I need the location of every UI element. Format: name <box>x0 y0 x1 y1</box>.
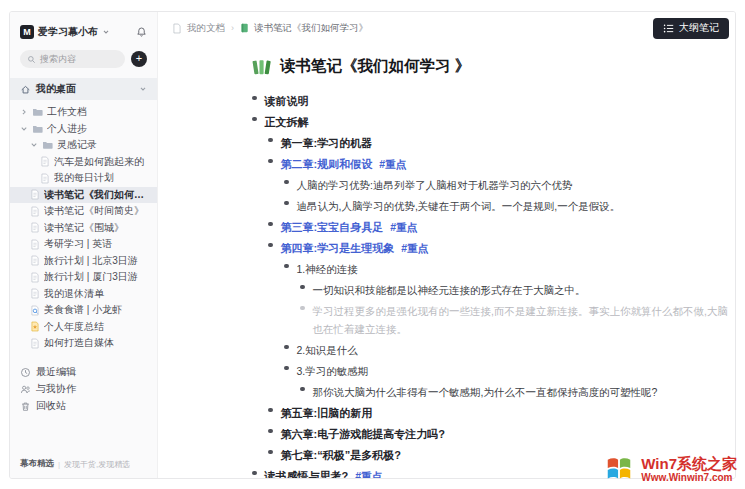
sidebar-tree-item[interactable]: 读书笔记《时间简史》 <box>10 203 157 220</box>
document-icon <box>30 288 40 299</box>
outline-text: 第三章:宝宝自身具足 <box>281 221 384 233</box>
sidebar-tree-item[interactable]: 个人进步 <box>10 121 157 138</box>
outline-node[interactable]: 3.学习的敏感期 <box>284 359 734 380</box>
topic-tag[interactable]: #重点 <box>355 470 382 479</box>
outline-node-content: 迪昂认为,人脑学习的优势,关键在于两个词。一个是规则,一个是假设。 <box>297 196 621 214</box>
bullet-icon[interactable] <box>268 429 273 434</box>
sidebar-tree-item[interactable]: 如何打造自媒体 <box>10 335 157 352</box>
books-icon <box>252 58 272 76</box>
breadcrumb-separator: › <box>231 23 234 33</box>
outline-node[interactable]: 第三章:宝宝自身具足#重点 <box>268 215 734 236</box>
sidebar-tree-item[interactable]: 美食食谱 | 小龙虾 <box>10 302 157 319</box>
outline-node[interactable]: 第六章:电子游戏能提高专注力吗? <box>268 422 734 443</box>
topbar: 我的文档 › 读书笔记《我们如何学习》 大纲笔记 <box>158 12 735 44</box>
sidebar-bottom: 最近编辑与我协作回收站 <box>10 364 157 415</box>
bullet-icon[interactable] <box>300 285 305 290</box>
outline-node[interactable]: 迪昂认为,人脑学习的优势,关键在于两个词。一个是规则,一个是假设。 <box>284 194 734 215</box>
outline-node-content: 读书感悟与思考?#重点 <box>265 466 383 479</box>
outline-node[interactable]: 读前说明 <box>252 89 734 110</box>
outline-note-button[interactable]: 大纲笔记 <box>653 18 729 39</box>
chevron-down-icon[interactable] <box>30 141 38 149</box>
document: 读书笔记《我们如何学习 》 读前说明正文拆解第一章:学习的机器第二章:规则和假设… <box>158 44 735 478</box>
outline-node[interactable]: 第二章:规则和假设#重点 <box>268 152 734 173</box>
outline-text: 3.学习的敏感期 <box>297 365 369 377</box>
bullet-icon[interactable] <box>268 138 273 143</box>
outline-node[interactable]: 2.知识是什么 <box>284 338 734 359</box>
bullet-icon[interactable] <box>268 450 273 455</box>
outline-text: 第六章:电子游戏能提高专注力吗? <box>281 428 445 440</box>
new-doc-button[interactable]: + <box>131 51 147 67</box>
promo-subtitle: 发现干货,发现精选 <box>64 459 130 470</box>
document-icon <box>40 156 50 167</box>
sidebar-item-recent-edits[interactable]: 最近编辑 <box>10 364 157 381</box>
outline-node[interactable]: 那你说大脑为什么非得有一个敏感期,为什么不一直都保持高度的可塑性呢? <box>300 380 734 401</box>
outline-node[interactable]: 学习过程更多的是强化现有的一些连接,而不是建立新连接。事实上你就算什么都不做,大… <box>300 299 734 338</box>
sidebar-item-recycle-bin[interactable]: 回收站 <box>10 398 157 415</box>
sidebar-item-label: 与我协作 <box>36 382 76 396</box>
promo-title: 幕布精选 <box>20 458 54 470</box>
outline-text: 读书感悟与思考? <box>265 470 349 479</box>
bullet-icon[interactable] <box>268 222 273 227</box>
topic-tag[interactable]: #重点 <box>379 158 406 170</box>
sidebar-footer-promo[interactable]: 幕布精选 | 发现干货,发现精选 <box>10 458 157 478</box>
outline-node-content: 那你说大脑为什么非得有一个敏感期,为什么不一直都保持高度的可塑性呢? <box>313 382 658 400</box>
sidebar-item-shared-with-me[interactable]: 与我协作 <box>10 381 157 398</box>
bullet-icon[interactable] <box>300 306 305 311</box>
chevron-right-icon[interactable] <box>20 108 28 116</box>
sidebar-tree-item[interactable]: 旅行计划 | 厦门3日游 <box>10 269 157 286</box>
sidebar-tree-item[interactable]: 灵感记录 <box>10 137 157 154</box>
bullet-icon[interactable] <box>252 471 257 476</box>
workspace-switcher[interactable]: M 爱学习幕小布 <box>10 22 157 42</box>
bullet-icon[interactable] <box>252 96 257 101</box>
bullet-icon[interactable] <box>268 243 273 248</box>
clock-icon <box>20 367 31 378</box>
sidebar-tree-item[interactable]: 我的退休清单 <box>10 286 157 303</box>
bullet-icon[interactable] <box>284 201 289 206</box>
sidebar-tree-item[interactable]: 考研学习 | 英语 <box>10 236 157 253</box>
sidebar-tree-item[interactable]: 个人年度总结 <box>10 319 157 336</box>
title-text[interactable]: 读书笔记《我们如何学习 》 <box>280 56 470 77</box>
outline-text: 读前说明 <box>265 95 309 107</box>
search-input[interactable]: 搜索内容 <box>20 50 125 68</box>
bullet-icon[interactable] <box>268 408 273 413</box>
breadcrumb-root[interactable]: 我的文档 <box>187 22 225 35</box>
sidebar-item-desktop[interactable]: 我的桌面 <box>10 78 157 100</box>
outline-text: 第一章:学习的机器 <box>281 137 373 149</box>
bullet-icon[interactable] <box>284 264 289 269</box>
sidebar-tree-item[interactable]: 我的每日计划 <box>10 170 157 187</box>
tree-item-label: 读书笔记《我们如何学习… <box>44 188 151 202</box>
bullet-icon[interactable] <box>284 366 289 371</box>
tree-item-label: 汽车是如何跑起来的 <box>54 155 151 169</box>
sidebar-tree-item[interactable]: 读书笔记《我们如何学习… <box>10 187 157 204</box>
bullet-icon[interactable] <box>252 117 257 122</box>
outline-text: 正文拆解 <box>265 116 309 128</box>
sidebar-tree-item[interactable]: 旅行计划 | 北京3日游 <box>10 253 157 270</box>
outline-node-content: 3.学习的敏感期 <box>297 361 369 379</box>
main-area: 我的文档 › 读书笔记《我们如何学习》 大纲笔记 读书笔记《我们如何学习 》 读… <box>158 12 735 478</box>
bell-icon[interactable] <box>136 26 147 38</box>
watermark-title: Win7系统之家 <box>641 455 737 472</box>
outline-node[interactable]: 一切知识和技能都是以神经元连接的形式存在于大脑之中。 <box>300 278 734 299</box>
chevron-down-icon[interactable] <box>139 85 147 93</box>
topic-tag[interactable]: #重点 <box>390 221 417 233</box>
topic-tag[interactable]: #重点 <box>401 242 428 254</box>
outline-node[interactable]: 人脑的学习优势:迪昂列举了人脑相对于机器学习的六个优势 <box>284 173 734 194</box>
bullet-icon[interactable] <box>300 387 305 392</box>
document-icon <box>30 222 40 233</box>
bullet-icon[interactable] <box>284 180 289 185</box>
outline-node[interactable]: 第五章:旧脑的新用 <box>268 401 734 422</box>
outline-text: 第五章:旧脑的新用 <box>281 407 373 419</box>
outline-node[interactable]: 正文拆解 <box>252 110 734 131</box>
outline-node[interactable]: 第四章:学习是生理现象#重点 <box>268 236 734 257</box>
sidebar-tree-item[interactable]: 读书笔记《围城》 <box>10 220 157 237</box>
outline-node[interactable]: 1.神经的连接 <box>284 257 734 278</box>
document-tree: 工作文档个人进步灵感记录汽车是如何跑起来的我的每日计划读书笔记《我们如何学习…读… <box>10 104 157 352</box>
tree-item-label: 我的退休清单 <box>44 287 151 301</box>
chevron-down-icon[interactable] <box>20 125 28 133</box>
sidebar-tree-item[interactable]: 工作文档 <box>10 104 157 121</box>
sidebar-tree-item[interactable]: 汽车是如何跑起来的 <box>10 154 157 171</box>
search-icon <box>27 55 36 64</box>
bullet-icon[interactable] <box>284 345 289 350</box>
outline-node[interactable]: 第一章:学习的机器 <box>268 131 734 152</box>
bullet-icon[interactable] <box>268 159 273 164</box>
